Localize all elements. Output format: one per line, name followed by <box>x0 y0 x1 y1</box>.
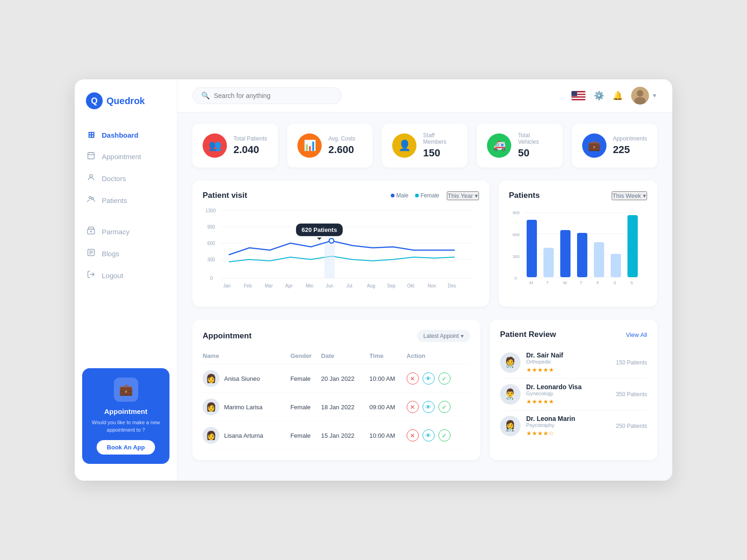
sidebar-item-doctors[interactable]: Doctors <box>75 168 177 189</box>
appointments-icon: 💼 <box>582 133 606 158</box>
settings-icon[interactable]: ⚙️ <box>594 91 604 101</box>
svg-text:1300: 1300 <box>205 208 216 213</box>
stat-label: Avg. Costs <box>328 135 355 142</box>
appointment-filter[interactable]: Latest Appoint ▾ <box>417 330 470 342</box>
svg-rect-60 <box>611 254 621 277</box>
appointment-section: Appointment Latest Appoint ▾ Name Gender… <box>192 320 480 460</box>
stat-label: Staff Members <box>423 132 457 145</box>
doctor-stars: ★★★★☆ <box>526 430 610 437</box>
view-icon[interactable]: 👁 <box>423 372 435 385</box>
cancel-icon[interactable]: ✕ <box>407 401 419 413</box>
promo-card: 💼 Appointment Would you like to make a n… <box>82 368 169 464</box>
svg-rect-0 <box>88 153 94 159</box>
chart-title: Patients <box>509 191 540 200</box>
patients-bar-chart: Patients This Week ▾ 900 600 300 0 <box>499 181 657 307</box>
svg-text:900: 900 <box>513 210 520 215</box>
action-icons: ✕ 👁 ✓ <box>407 401 470 413</box>
sidebar-item-blogs[interactable]: Blogs <box>75 243 177 265</box>
header-right: ⚙️ 🔔 ▼ <box>571 87 657 105</box>
total-patients-icon: 👥 <box>203 133 227 158</box>
svg-text:600: 600 <box>207 241 215 246</box>
patient-name: Anisa Siuneo <box>224 375 260 382</box>
svg-text:Nov: Nov <box>428 283 436 288</box>
patient-review-section: Patient Review View All 🧑‍⚕️ Dr. Sair Na… <box>490 320 657 460</box>
avatar-area[interactable]: ▼ <box>631 87 657 105</box>
patient-gender: Female <box>290 421 321 450</box>
view-all-link[interactable]: View All <box>626 331 647 338</box>
stat-staff-members: 👤 Staff Members 150 <box>382 124 467 168</box>
patient-date: 18 Jan 2022 <box>321 393 370 421</box>
doctor-name: Dr. Leona Marin <box>526 415 610 422</box>
content-area: 👥 Total Patients 2.040 📊 Avg. Costs 2.60… <box>177 112 672 481</box>
search-bar[interactable]: 🔍 <box>192 87 342 104</box>
col-date: Date <box>321 350 370 364</box>
svg-text:Aug: Aug <box>367 283 375 288</box>
sidebar-item-pharmacy[interactable]: Parmacy <box>75 221 177 243</box>
logo-area: Q Quedrok <box>75 92 177 124</box>
cancel-icon[interactable]: ✕ <box>407 372 419 385</box>
doctors-icon <box>86 173 96 184</box>
svg-text:600: 600 <box>513 232 520 237</box>
sidebar-item-patients[interactable]: Patients <box>75 189 177 211</box>
doctor-stars: ★★★★★ <box>526 398 610 405</box>
patient-visit-chart: Patient visit Male Female This Year ▾ <box>192 181 489 307</box>
svg-point-5 <box>89 196 92 199</box>
cancel-icon[interactable]: ✕ <box>407 429 419 441</box>
nav-section: ⊞ Dashboard Appointment Doctors Patient <box>75 124 177 361</box>
stat-total-patients: 👥 Total Patients 2.040 <box>192 124 278 168</box>
svg-text:Sep: Sep <box>387 283 395 288</box>
patient-name: Lisana Arturna <box>224 432 263 439</box>
patient-avatar: 👩 <box>203 399 219 415</box>
appointment-icon <box>86 151 96 162</box>
confirm-icon[interactable]: ✓ <box>438 429 451 441</box>
table-row: 👩 Anisa Siuneo Female 20 Jan 2022 10:00 … <box>203 364 470 393</box>
review-item: 👨‍⚕️ Dr. Leonardo Visa Gynecology ★★★★★ … <box>500 378 647 410</box>
sidebar-item-label: Parmacy <box>102 228 129 236</box>
svg-rect-59 <box>594 242 604 277</box>
patient-date: 15 Jan 2022 <box>321 421 370 450</box>
app-name: Quedrok <box>106 96 145 106</box>
doctor-patients: 250 Patients <box>616 423 647 429</box>
col-time: Time <box>369 350 407 364</box>
period-selector[interactable]: This Year ▾ <box>447 191 479 200</box>
patient-cell: 👩 Lisana Arturna <box>203 427 290 444</box>
header: 🔍 ⚙️ 🔔 ▼ <box>177 79 672 112</box>
staff-icon: 👤 <box>392 133 416 158</box>
svg-rect-57 <box>560 230 571 277</box>
logo-icon: Q <box>86 92 103 109</box>
svg-text:T: T <box>580 280 583 285</box>
search-icon: 🔍 <box>201 91 210 100</box>
sidebar-item-label: Logout <box>102 272 123 280</box>
view-icon[interactable]: 👁 <box>423 401 435 413</box>
svg-rect-56 <box>543 248 554 277</box>
doctor-avatar: 👨‍⚕️ <box>500 384 521 405</box>
patient-time: 10:00 AM <box>369 364 407 393</box>
search-input[interactable] <box>214 92 333 99</box>
stat-value: 50 <box>518 147 552 159</box>
book-app-button[interactable]: Book An App <box>97 440 155 455</box>
blogs-icon <box>86 248 96 259</box>
svg-text:Des: Des <box>448 283 456 288</box>
doctor-info: Dr. Sair Naif Orthopedic ★★★★★ <box>526 351 610 373</box>
sidebar-item-dashboard[interactable]: ⊞ Dashboard <box>75 124 177 146</box>
dashboard-icon: ⊞ <box>86 130 96 140</box>
doctor-name: Dr. Sair Naif <box>526 351 610 359</box>
confirm-icon[interactable]: ✓ <box>438 372 451 385</box>
promo-desc: Would you like to make a new appointment… <box>90 419 162 434</box>
sidebar-item-logout[interactable]: Logout <box>75 265 177 287</box>
patients-period-selector[interactable]: This Week ▾ <box>612 191 647 200</box>
confirm-icon[interactable]: ✓ <box>438 401 451 413</box>
notifications-icon[interactable]: 🔔 <box>613 91 623 101</box>
stat-avg-costs: 📊 Avg. Costs 2.600 <box>287 124 373 168</box>
svg-point-21 <box>637 90 643 97</box>
review-title: Patient Review <box>500 330 556 339</box>
doctor-avatar: 👩‍⚕️ <box>500 416 521 436</box>
view-icon[interactable]: 👁 <box>423 429 435 441</box>
doctor-specialty: Orthopedic <box>526 359 610 364</box>
sidebar-item-appointment[interactable]: Appointment <box>75 146 177 168</box>
svg-text:S: S <box>613 280 616 285</box>
stat-value: 2.040 <box>233 144 267 156</box>
sidebar-item-label: Patients <box>102 196 127 204</box>
stat-info: Total Vehicles 50 <box>518 132 552 159</box>
svg-text:S: S <box>630 280 633 285</box>
